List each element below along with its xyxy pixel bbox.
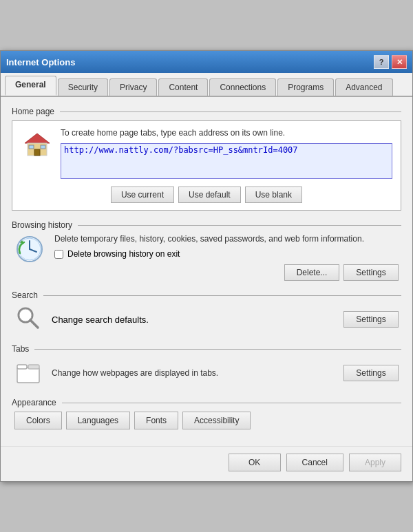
delete-on-exit-row: Delete browsing history on exit — [54, 249, 399, 259]
home-page-url-input[interactable]: http://www.nattly.com/?babsrc=HP_ss&mntr… — [61, 143, 392, 179]
home-page-label: Home page — [12, 107, 401, 116]
tab-privacy[interactable]: Privacy — [109, 78, 157, 96]
internet-options-dialog: Internet Options ? ✕ General Security Pr… — [0, 50, 413, 482]
svg-marker-0 — [25, 134, 50, 143]
tabs-config-section: Tabs Change how webpages are displayed i… — [12, 344, 401, 388]
use-current-button[interactable]: Use current — [111, 187, 174, 203]
home-page-box: To create home page tabs, type each addr… — [12, 120, 401, 211]
tabs-svg — [14, 358, 42, 385]
svg-rect-14 — [17, 365, 27, 369]
tab-advanced[interactable]: Advanced — [335, 78, 392, 96]
tabs-inner: Change how webpages are displayed in tab… — [12, 358, 401, 388]
appearance-label: Appearance — [12, 398, 401, 407]
delete-button[interactable]: Delete... — [284, 264, 339, 281]
title-bar: Internet Options ? ✕ — [1, 51, 412, 73]
window-title: Internet Options — [6, 57, 75, 67]
use-default-button[interactable]: Use default — [178, 187, 241, 203]
svg-rect-4 — [41, 145, 45, 149]
clock-icon — [14, 234, 47, 267]
delete-on-exit-label: Delete browsing history on exit — [67, 249, 180, 259]
search-section: Search Change search defaults. Settings — [12, 290, 401, 334]
bottom-bar: OK Cancel Apply — [1, 446, 412, 481]
languages-button[interactable]: Languages — [66, 412, 130, 429]
browsing-history-section: Browsing history Delete tempor — [12, 220, 401, 281]
house-svg — [22, 129, 52, 160]
browsing-history-description: Delete temporary files, history, cookies… — [54, 234, 399, 244]
tabs-config-label: Tabs — [12, 344, 401, 354]
appearance-section: Appearance Colors Languages Fonts Access… — [12, 398, 401, 429]
search-settings-button[interactable]: Settings — [343, 311, 399, 328]
cancel-button[interactable]: Cancel — [286, 454, 343, 471]
svg-rect-2 — [34, 149, 40, 156]
main-content: Home page — [1, 97, 412, 446]
tab-content[interactable]: Content — [158, 78, 208, 96]
tabs-settings-button[interactable]: Settings — [343, 365, 399, 381]
accessibility-button[interactable]: Accessibility — [182, 412, 251, 429]
home-page-buttons: Use current Use default Use blank — [21, 187, 392, 203]
tab-programs[interactable]: Programs — [277, 78, 334, 96]
browsing-settings-button[interactable]: Settings — [343, 264, 399, 281]
tab-security[interactable]: Security — [58, 78, 108, 96]
svg-line-12 — [30, 320, 38, 328]
clock-svg — [14, 234, 45, 264]
help-button[interactable]: ? — [374, 55, 389, 69]
tab-connections[interactable]: Connections — [209, 78, 276, 96]
search-icon — [14, 304, 45, 334]
ok-button[interactable]: OK — [229, 454, 281, 471]
svg-rect-13 — [17, 368, 39, 383]
search-label: Search — [12, 290, 401, 300]
fonts-button[interactable]: Fonts — [134, 412, 178, 429]
home-page-description: To create home page tabs, type each addr… — [61, 128, 392, 138]
title-bar-controls: ? ✕ — [374, 55, 407, 69]
home-icon — [21, 128, 54, 161]
browsing-history-inner: Delete temporary files, history, cookies… — [12, 234, 401, 281]
browsing-history-label: Browsing history — [12, 220, 401, 230]
tabs-description: Change how webpages are displayed in tab… — [52, 368, 337, 378]
use-blank-button[interactable]: Use blank — [245, 187, 302, 203]
search-inner: Change search defaults. Settings — [12, 304, 401, 334]
colors-button[interactable]: Colors — [14, 412, 62, 429]
delete-on-exit-checkbox[interactable] — [54, 250, 63, 259]
browsing-history-content: Delete temporary files, history, cookies… — [54, 234, 399, 281]
svg-rect-3 — [29, 145, 34, 149]
appearance-buttons: Colors Languages Fonts Accessibility — [12, 412, 401, 429]
home-page-section: Home page — [12, 107, 401, 211]
search-description: Change search defaults. — [52, 315, 337, 325]
home-page-right: To create home page tabs, type each addr… — [61, 128, 392, 181]
tabs-icon — [14, 358, 45, 388]
tab-bar: General Security Privacy Content Connect… — [1, 73, 412, 97]
search-svg — [14, 304, 42, 332]
svg-rect-15 — [28, 365, 39, 369]
home-page-inner: To create home page tabs, type each addr… — [21, 128, 392, 181]
browsing-history-buttons: Delete... Settings — [54, 264, 399, 281]
tab-general[interactable]: General — [5, 76, 56, 96]
apply-button[interactable]: Apply — [349, 454, 401, 471]
close-button[interactable]: ✕ — [392, 55, 407, 69]
